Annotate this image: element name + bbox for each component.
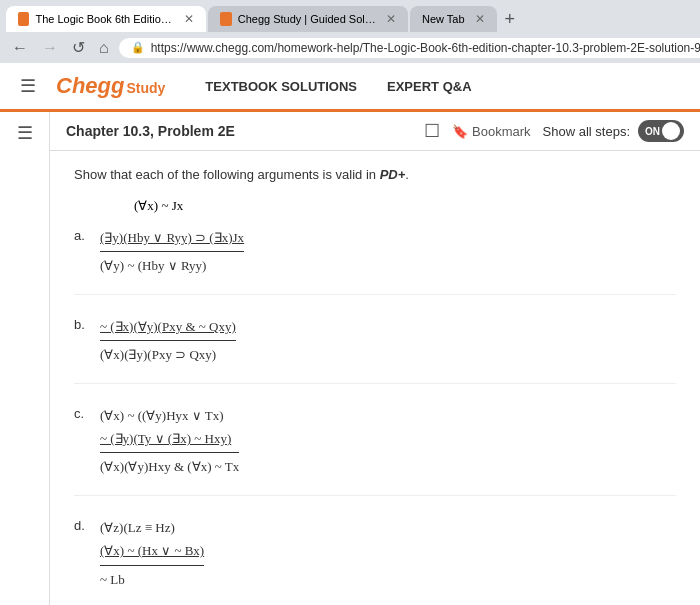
- tab-3[interactable]: New Tab ✕: [410, 6, 497, 32]
- conclusion-c: (∀x)(∀y)Hxy & (∀x) ~ Tx: [100, 452, 239, 478]
- lock-icon: 🔒: [131, 41, 145, 54]
- conclusion-a: (∀y) ~ (Hby ∨ Ryy): [100, 251, 244, 277]
- forward-button[interactable]: →: [38, 37, 62, 59]
- problem-row-d: d. (∀z)(Lz ≡ Hz) (∀x) ~ (Hx ∨ ~ Bx) ~ Lb: [74, 516, 676, 591]
- reload-button[interactable]: ↺: [68, 36, 89, 59]
- bookmark-button[interactable]: 🔖 Bookmark: [452, 124, 531, 139]
- conclusion-b: (∀x)(∃y)(Pxy ⊃ Qxy): [100, 340, 236, 366]
- hamburger-icon[interactable]: ☰: [20, 75, 36, 97]
- premise-a1: (∃y)(Hby ∨ Ryy) ⊃ (∃x)Jx: [100, 226, 244, 249]
- chegg-logo[interactable]: Chegg Study: [56, 73, 165, 99]
- address-bar-row: ← → ↺ ⌂ 🔒 https://www.chegg.com/homework…: [0, 32, 700, 63]
- conclusion-d: ~ Lb: [100, 565, 204, 591]
- problem-letter-b: b.: [74, 315, 90, 332]
- content-area: ☰ Chapter 10.3, Problem 2E ☐ 🔖 Bookmark …: [0, 112, 700, 605]
- show-steps-toggle[interactable]: ON: [638, 120, 684, 142]
- mobile-icon[interactable]: ☐: [424, 120, 440, 142]
- main-panel: Chapter 10.3, Problem 2E ☐ 🔖 Bookmark Sh…: [50, 112, 700, 605]
- back-button[interactable]: ←: [8, 37, 32, 59]
- given-premise-text: (∀x) ~ Jx: [134, 198, 183, 213]
- sidebar-panel: ☰: [0, 112, 50, 605]
- logic-block-b: ~ (∃x)(∀y)(Pxy & ~ Qxy) (∀x)(∃y)(Pxy ⊃ Q…: [100, 315, 236, 367]
- chegg-logo-text: Chegg: [56, 73, 124, 99]
- chegg-header: ☰ Chegg Study TEXTBOOK SOLUTIONS EXPERT …: [0, 63, 700, 112]
- given-premise: (∀x) ~ Jx: [134, 198, 676, 214]
- problem-row-a: a. (∃y)(Hby ∨ Ryy) ⊃ (∃x)Jx (∀y) ~ (Hby …: [74, 226, 676, 278]
- tab-1[interactable]: The Logic Book 6th Edition Textb... ✕: [6, 6, 206, 32]
- premise-d2: (∀x) ~ (Hx ∨ ~ Bx): [100, 539, 204, 562]
- logic-block-c: (∀x) ~ ((∀y)Hyx ∨ Tx) ~ (∃y)(Ty ∨ (∃x) ~…: [100, 404, 239, 479]
- tab-close-3[interactable]: ✕: [475, 12, 485, 26]
- address-bar[interactable]: 🔒 https://www.chegg.com/homework-help/Th…: [119, 38, 700, 58]
- toggle-knob: [662, 122, 680, 140]
- logic-block-d: (∀z)(Lz ≡ Hz) (∀x) ~ (Hx ∨ ~ Bx) ~ Lb: [100, 516, 204, 591]
- nav-expert-qa[interactable]: EXPERT Q&A: [387, 79, 472, 94]
- premise-d1: (∀z)(Lz ≡ Hz): [100, 516, 204, 539]
- intro-text: Show that each of the following argument…: [74, 167, 676, 182]
- problem-item-c: c. (∀x) ~ ((∀y)Hyx ∨ Tx) ~ (∃y)(Ty ∨ (∃x…: [74, 404, 676, 496]
- problem-letter-c: c.: [74, 404, 90, 421]
- problem-row-c: c. (∀x) ~ ((∀y)Hyx ∨ Tx) ~ (∃y)(Ty ∨ (∃x…: [74, 404, 676, 479]
- header-nav: TEXTBOOK SOLUTIONS EXPERT Q&A: [205, 79, 471, 94]
- tab-label-2: Chegg Study | Guided Solutions...: [238, 13, 376, 25]
- problem-title: Chapter 10.3, Problem 2E: [66, 123, 412, 139]
- logic-block-a: (∃y)(Hby ∨ Ryy) ⊃ (∃x)Jx (∀y) ~ (Hby ∨ R…: [100, 226, 244, 278]
- browser-chrome: The Logic Book 6th Edition Textb... ✕ Ch…: [0, 0, 700, 63]
- premise-c1: (∀x) ~ ((∀y)Hyx ∨ Tx): [100, 404, 239, 427]
- bookmark-icon: 🔖: [452, 124, 468, 139]
- premise-b1: ~ (∃x)(∀y)(Pxy & ~ Qxy): [100, 315, 236, 338]
- nav-textbook-solutions[interactable]: TEXTBOOK SOLUTIONS: [205, 79, 357, 94]
- toggle-on-label: ON: [645, 126, 660, 137]
- problem-item-d: d. (∀z)(Lz ≡ Hz) (∀x) ~ (Hx ∨ ~ Bx) ~ Lb: [74, 516, 676, 605]
- tab-label-1: The Logic Book 6th Edition Textb...: [35, 13, 174, 25]
- tab-label-3: New Tab: [422, 13, 465, 25]
- tab-2[interactable]: Chegg Study | Guided Solutions... ✕: [208, 6, 408, 32]
- tab-favicon-1: [18, 12, 29, 26]
- list-icon[interactable]: ☰: [17, 122, 33, 605]
- problem-row-b: b. ~ (∃x)(∀y)(Pxy & ~ Qxy) (∀x)(∃y)(Pxy …: [74, 315, 676, 367]
- premise-c2: ~ (∃y)(Ty ∨ (∃x) ~ Hxy): [100, 427, 239, 450]
- problem-header-bar: Chapter 10.3, Problem 2E ☐ 🔖 Bookmark Sh…: [50, 112, 700, 151]
- address-text: https://www.chegg.com/homework-help/The-…: [151, 41, 700, 55]
- tab-favicon-2: [220, 12, 232, 26]
- tab-close-2[interactable]: ✕: [386, 12, 396, 26]
- bookmark-label: Bookmark: [472, 124, 531, 139]
- show-steps-control: Show all steps: ON: [543, 120, 684, 142]
- study-logo-text: Study: [126, 80, 165, 96]
- problem-item-a: a. (∃y)(Hby ∨ Ryy) ⊃ (∃x)Jx (∀y) ~ (Hby …: [74, 226, 676, 295]
- problem-content: Show that each of the following argument…: [50, 151, 700, 605]
- tab-close-1[interactable]: ✕: [184, 12, 194, 26]
- home-button[interactable]: ⌂: [95, 37, 113, 59]
- problem-item-b: b. ~ (∃x)(∀y)(Pxy & ~ Qxy) (∀x)(∃y)(Pxy …: [74, 315, 676, 384]
- tab-bar: The Logic Book 6th Edition Textb... ✕ Ch…: [0, 0, 700, 32]
- problem-letter-d: d.: [74, 516, 90, 533]
- new-tab-button[interactable]: +: [499, 7, 522, 32]
- problem-letter-a: a.: [74, 226, 90, 243]
- show-steps-label: Show all steps:: [543, 124, 630, 139]
